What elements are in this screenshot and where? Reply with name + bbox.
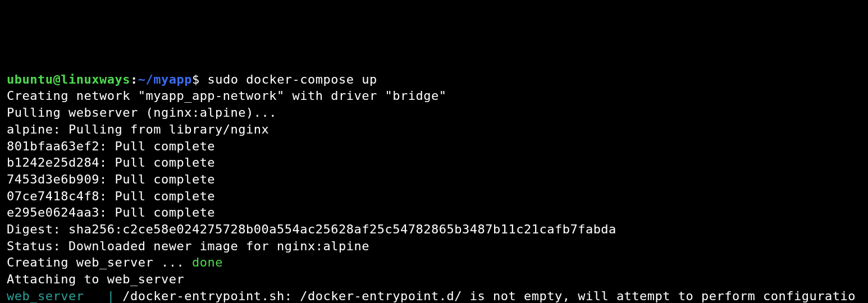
create-line-prefix: Creating web_server ... — [7, 255, 192, 269]
prompt-user: ubuntu — [7, 72, 53, 86]
command-text: sudo docker-compose up — [207, 72, 377, 86]
output-line: Creating network "myapp_app-network" wit… — [7, 89, 446, 103]
prompt-colon: : — [130, 72, 138, 86]
prompt: ubuntu@linuxways:~/myapp$ — [7, 72, 207, 86]
output-line: Attaching to web_server — [7, 272, 184, 286]
output-line: 7453d3e6b909: Pull complete — [7, 172, 215, 186]
output-line: Pulling webserver (nginx:alpine)... — [7, 105, 277, 120]
service-name: web_server — [7, 289, 107, 303]
pipe-separator: | — [107, 289, 123, 303]
prompt-dollar: $ — [192, 72, 208, 86]
service-message: /docker-entrypoint.sh: /docker-entrypoin… — [7, 289, 856, 303]
output-line: alpine: Pulling from library/nginx — [7, 122, 269, 136]
prompt-at: @ — [53, 72, 61, 86]
output-line: b1242e25d284: Pull complete — [7, 155, 215, 169]
prompt-path: ~/myapp — [138, 72, 192, 86]
output-line: 801bfaa63ef2: Pull complete — [7, 139, 215, 153]
output-line: 07ce7418c4f8: Pull complete — [7, 189, 215, 203]
done-status: done — [192, 255, 223, 269]
output-line: Status: Downloaded newer image for nginx… — [7, 239, 369, 253]
terminal-output[interactable]: ubuntu@linuxways:~/myapp$ sudo docker-co… — [7, 71, 861, 303]
prompt-host: linuxways — [61, 72, 130, 86]
output-line: e295e0624aa3: Pull complete — [7, 205, 215, 219]
output-line: Digest: sha256:c2ce58e024275728b00a554ac… — [7, 222, 616, 236]
